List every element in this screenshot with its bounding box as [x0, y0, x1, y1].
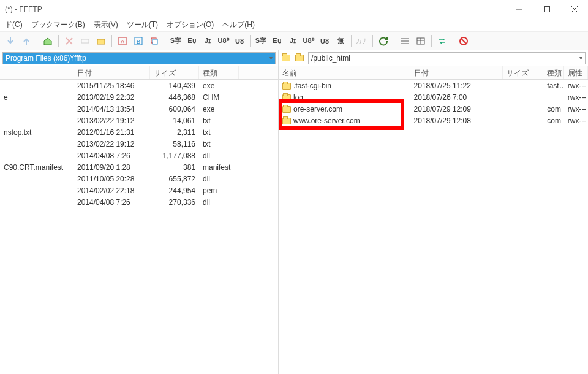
sync-icon[interactable] [435, 34, 449, 48]
col-attr[interactable]: 属性 [564, 66, 588, 79]
local-file-list[interactable]: 2015/11/25 18:46140,439exee2013/02/19 22… [0, 80, 278, 374]
text-b-icon[interactable]: B [132, 34, 145, 48]
stop-icon[interactable] [457, 34, 470, 48]
col-date[interactable]: 日付 [410, 66, 503, 79]
download-icon[interactable] [4, 34, 17, 48]
file-name: .fast-cgi-bin [279, 82, 410, 90]
remote-file-list[interactable]: .fast-cgi-bin2018/07/25 11:22fast…rwx---… [279, 80, 588, 374]
file-date: 2018/07/26 7:00 [410, 93, 503, 102]
file-date: 2014/04/08 7:26 [74, 151, 150, 160]
file-attr: rwx--- [564, 93, 588, 102]
col-name[interactable] [0, 66, 74, 79]
encoding-btn[interactable]: U8 [233, 34, 246, 48]
file-date: 2014/04/08 7:26 [74, 198, 150, 207]
col-type[interactable]: 種類 [199, 66, 239, 79]
file-type: com [543, 105, 564, 113]
table-row[interactable]: nstop.txt2012/01/16 21:312,311txt [0, 126, 278, 138]
encoding-btn[interactable]: U8ᴮ [302, 34, 315, 48]
local-path-input[interactable]: Program Files (x86)¥ffftp [2, 52, 276, 64]
upload-icon[interactable] [20, 34, 33, 48]
table-row[interactable]: 2013/02/22 19:1258,116txt [0, 138, 278, 150]
refresh-icon[interactable] [377, 34, 390, 48]
delete-icon[interactable] [62, 34, 76, 48]
file-name: log [279, 93, 410, 102]
remote-columns: 名前 日付 サイズ 種類 属性 [279, 66, 588, 80]
home-icon[interactable] [41, 34, 55, 48]
maximize-button[interactable] [533, 0, 560, 18]
file-type: txt [199, 140, 239, 148]
table-row[interactable]: log2018/07/26 7:00rwx--- [279, 91, 588, 103]
col-date[interactable]: 日付 [74, 66, 150, 79]
encoding-btn[interactable]: Jɪ [201, 34, 214, 48]
file-date: 2018/07/29 12:08 [410, 116, 503, 125]
file-panes: 日付 サイズ 種類 2015/11/25 18:46140,439exee201… [0, 66, 588, 374]
file-date: 2013/02/22 19:12 [74, 140, 150, 148]
close-button[interactable] [560, 0, 588, 18]
menu-item[interactable]: ド(C) [5, 20, 23, 30]
open-folder-icon[interactable] [295, 52, 307, 64]
minimize-button[interactable] [505, 0, 533, 18]
file-type: dll [199, 151, 239, 160]
menu-item[interactable]: ヘルプ(H) [222, 20, 255, 30]
text-a-icon[interactable]: A [116, 34, 129, 48]
menu-item[interactable]: オプション(O) [167, 20, 214, 30]
file-type: txt [199, 128, 239, 137]
copy-icon[interactable] [148, 34, 161, 48]
file-date: 2011/09/20 1:28 [74, 163, 150, 172]
file-attr: rwx--- [564, 116, 588, 125]
menu-item[interactable]: 表示(V) [94, 20, 118, 30]
table-row[interactable]: 2013/02/22 19:1214,061txt [0, 115, 278, 126]
file-size: 244,954 [150, 186, 199, 195]
svg-rect-7 [97, 39, 105, 44]
table-row[interactable]: .fast-cgi-bin2018/07/25 11:22fast…rwx--- [279, 80, 588, 91]
col-size[interactable]: サイズ [503, 66, 544, 79]
kanji-icon[interactable]: カナ [355, 34, 369, 48]
file-date: 2018/07/29 12:09 [410, 105, 503, 113]
col-type[interactable]: 種類 [543, 66, 564, 79]
file-date: 2018/07/25 11:22 [410, 82, 503, 90]
file-type: manifest [199, 163, 239, 172]
table-row[interactable]: 2014/04/08 7:26270,336dll [0, 196, 278, 208]
table-row[interactable]: e2013/02/19 22:32446,368CHM [0, 91, 278, 103]
table-row[interactable]: ore-server.com2018/07/29 12:09comrwx--- [279, 103, 588, 115]
col-name[interactable]: 名前 [279, 66, 410, 79]
encoding-btn[interactable]: S字 [169, 34, 183, 48]
folder-icon [282, 106, 291, 113]
encoding-btn[interactable]: Eᴜ [185, 34, 198, 48]
file-type: fast… [543, 82, 564, 90]
menu-item[interactable]: ツール(T) [127, 20, 158, 30]
detail-view-icon[interactable] [414, 34, 428, 48]
file-name: www.ore-server.com [279, 116, 410, 125]
encoding-btn[interactable]: U8ᴮ [217, 34, 230, 48]
file-size: 14,061 [150, 116, 199, 125]
encoding-btn[interactable]: S字 [254, 34, 268, 48]
file-type: pem [199, 186, 239, 195]
encoding-btn[interactable]: Jɪ [286, 34, 300, 48]
menu-item[interactable]: ブックマーク(B) [31, 20, 85, 30]
encoding-btn[interactable]: U8 [318, 34, 331, 48]
remote-pane: 名前 日付 サイズ 種類 属性 .fast-cgi-bin2018/07/25 … [279, 66, 588, 374]
rename-icon[interactable] [78, 34, 92, 48]
encoding-btn[interactable]: 無 [334, 34, 347, 48]
toolbar: A B S字 Eᴜ Jɪ U8ᴮ U8 S字 Eᴜ Jɪ U8ᴮ U8 無 カナ [0, 32, 588, 50]
file-size: 1,177,088 [150, 151, 199, 160]
file-size: 655,872 [150, 175, 199, 183]
titlebar: (*) - FFFTP [0, 0, 588, 18]
local-columns: 日付 サイズ 種類 [0, 66, 278, 80]
remote-path-input[interactable]: /public_html [308, 52, 586, 64]
encoding-btn[interactable]: Eᴜ [270, 34, 284, 48]
list-view-icon[interactable] [398, 34, 412, 48]
table-row[interactable]: 2014/04/13 13:54600,064exe [0, 103, 278, 115]
up-folder-icon[interactable] [281, 52, 293, 64]
table-row[interactable]: C90.CRT.manifest2011/09/20 1:28381manife… [0, 161, 278, 173]
file-date: 2015/11/25 18:46 [74, 82, 150, 90]
svg-line-21 [461, 39, 466, 44]
file-name: e [0, 93, 74, 102]
table-row[interactable]: 2015/11/25 18:46140,439exe [0, 80, 278, 91]
table-row[interactable]: www.ore-server.com2018/07/29 12:08comrwx… [279, 115, 588, 126]
table-row[interactable]: 2014/04/08 7:261,177,088dll [0, 150, 278, 161]
table-row[interactable]: 2014/02/02 22:18244,954pem [0, 185, 278, 196]
col-size[interactable]: サイズ [150, 66, 199, 79]
new-folder-icon[interactable] [94, 34, 108, 48]
table-row[interactable]: 2011/10/05 20:28655,872dll [0, 173, 278, 185]
